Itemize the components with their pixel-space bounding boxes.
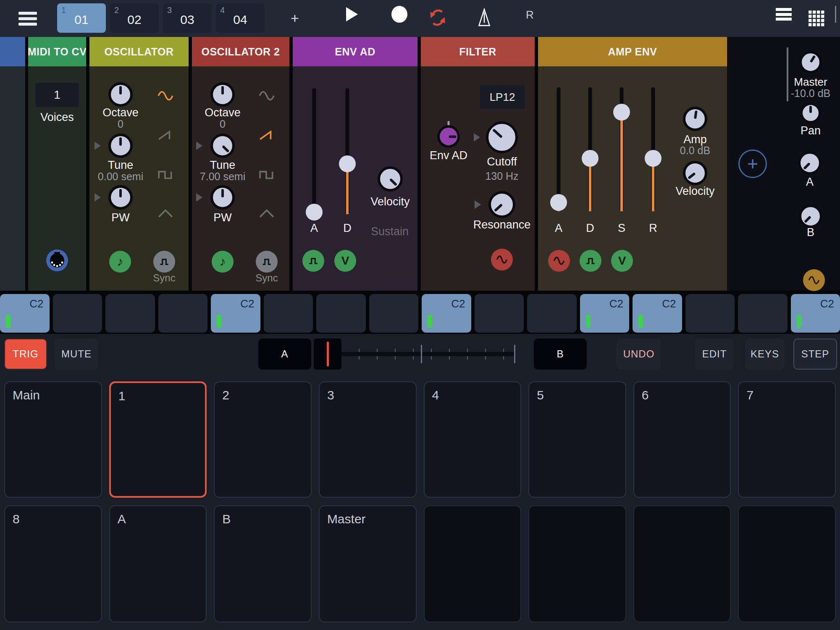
release-slider-handle[interactable] <box>645 150 662 167</box>
pad-7[interactable]: 7 <box>738 381 836 498</box>
voices-value-box[interactable]: 1 <box>35 83 79 107</box>
pad-2[interactable]: 2 <box>214 381 312 498</box>
timeline-ruler[interactable] <box>341 343 515 365</box>
tune-knob[interactable] <box>108 134 133 158</box>
step-cell-10[interactable] <box>475 294 524 333</box>
hamburger-menu-icon[interactable] <box>18 8 37 29</box>
undo-button[interactable]: UNDO <box>617 339 661 370</box>
pad-empty-16[interactable] <box>738 505 836 622</box>
step-button[interactable]: STEP <box>793 339 837 370</box>
add-module-button[interactable]: + <box>738 150 767 178</box>
step-cell-8[interactable] <box>369 294 419 333</box>
metronome-icon[interactable] <box>476 8 493 29</box>
tune-mod-arrow[interactable] <box>196 142 202 150</box>
pad-5[interactable]: 5 <box>528 381 626 498</box>
pad-b[interactable]: B <box>214 505 312 622</box>
send-a-knob[interactable] <box>798 151 822 175</box>
saw-wave-icon[interactable] <box>258 129 275 142</box>
audio-in-icon[interactable] <box>548 250 570 272</box>
module-partial-left[interactable] <box>0 37 25 291</box>
note-out-icon[interactable]: ♪ <box>212 251 234 273</box>
keys-button[interactable]: KEYS <box>745 339 785 370</box>
step-cell-15[interactable] <box>738 294 788 333</box>
pad-master[interactable]: Master <box>319 505 417 622</box>
tune-mod-arrow[interactable] <box>94 142 101 150</box>
loop-region-box[interactable] <box>314 339 341 370</box>
record-arm-label[interactable]: R <box>526 8 534 21</box>
mute-button[interactable]: MUTE <box>55 339 98 370</box>
pad-3[interactable]: 3 <box>319 381 417 498</box>
sync-in-icon[interactable] <box>153 251 175 273</box>
square-wave-icon[interactable] <box>157 168 174 181</box>
sine-wave-icon[interactable] <box>157 89 174 102</box>
add-pattern-button[interactable]: + <box>284 3 306 33</box>
send-b-knob[interactable] <box>799 205 822 228</box>
pw-mod-arrow[interactable] <box>94 193 101 202</box>
trig-button[interactable]: TRIG <box>4 339 47 370</box>
tune-knob[interactable] <box>210 134 235 158</box>
mixer-rows-icon[interactable] <box>776 8 792 21</box>
step-cell-3[interactable] <box>105 294 155 333</box>
grid-view-icon[interactable] <box>808 9 825 28</box>
env-amount-knob[interactable] <box>437 125 460 148</box>
step-cell-16[interactable]: C2 <box>791 294 840 333</box>
velocity-knob[interactable] <box>683 161 707 185</box>
cutoff-mod-arrow[interactable] <box>474 133 480 142</box>
pad-a[interactable]: A <box>109 505 207 622</box>
toolbar-scrollbar[interactable] <box>835 6 836 23</box>
pattern-tab-03[interactable]: 303 <box>163 3 212 33</box>
pattern-tab-04[interactable]: 404 <box>216 3 265 33</box>
velocity-in-icon[interactable]: V <box>334 250 356 272</box>
decay-slider-handle[interactable] <box>582 150 598 167</box>
pad-6[interactable]: 6 <box>633 381 731 498</box>
audio-out-icon[interactable] <box>491 249 513 270</box>
play-icon[interactable] <box>346 7 358 21</box>
pad-1[interactable]: 1 <box>109 381 207 498</box>
step-cell-1[interactable]: C2 <box>0 294 50 333</box>
decay-slider-handle[interactable] <box>339 155 356 172</box>
pw-knob[interactable] <box>108 185 133 210</box>
step-cell-7[interactable] <box>316 294 366 333</box>
attack-slider-handle[interactable] <box>550 194 567 211</box>
pad-main[interactable]: Main <box>4 381 102 498</box>
step-cell-14[interactable] <box>685 294 735 333</box>
step-cell-9[interactable]: C2 <box>422 294 471 333</box>
triangle-wave-icon[interactable] <box>258 207 275 220</box>
velocity-in-icon[interactable]: V <box>611 250 633 272</box>
pattern-tab-02[interactable]: 202 <box>110 3 159 33</box>
step-cell-6[interactable] <box>264 294 313 333</box>
step-cell-13[interactable]: C2 <box>633 294 682 333</box>
saw-wave-icon[interactable] <box>157 129 174 142</box>
pad-empty-15[interactable] <box>633 505 731 622</box>
sine-wave-icon[interactable] <box>258 89 275 102</box>
filter-mode-button[interactable]: LP12 <box>480 85 525 109</box>
step-cell-4[interactable] <box>158 294 208 333</box>
gate-in-icon[interactable] <box>580 250 601 272</box>
pan-knob[interactable] <box>800 102 821 123</box>
pattern-tab-01[interactable]: 101 <box>57 3 106 33</box>
gate-in-icon[interactable] <box>302 250 324 272</box>
record-icon[interactable] <box>391 6 407 23</box>
triangle-wave-icon[interactable] <box>157 207 174 220</box>
midi-din-icon[interactable] <box>46 249 68 271</box>
attack-slider-track[interactable] <box>557 87 561 211</box>
octave-knob[interactable] <box>108 82 133 107</box>
attack-slider-handle[interactable] <box>306 204 323 220</box>
pad-empty-13[interactable] <box>424 505 522 622</box>
resonance-mod-arrow[interactable] <box>475 200 481 209</box>
step-cell-11[interactable] <box>527 294 577 333</box>
right-panel-scrollbar[interactable] <box>787 47 788 101</box>
pw-mod-arrow[interactable] <box>196 193 202 202</box>
step-cell-5[interactable]: C2 <box>211 294 260 333</box>
cutoff-knob[interactable] <box>486 121 518 153</box>
sustain-slider-handle[interactable] <box>613 104 630 121</box>
lfo-out-icon[interactable] <box>803 269 825 291</box>
edit-button[interactable]: EDIT <box>695 339 734 370</box>
master-volume-knob[interactable] <box>799 51 822 74</box>
pad-4[interactable]: 4 <box>424 381 522 498</box>
square-wave-icon[interactable] <box>258 168 275 181</box>
section-a-button[interactable]: A <box>258 339 311 370</box>
sync-in-icon[interactable] <box>256 251 278 273</box>
pw-knob[interactable] <box>210 185 235 210</box>
pad-8[interactable]: 8 <box>4 505 102 622</box>
